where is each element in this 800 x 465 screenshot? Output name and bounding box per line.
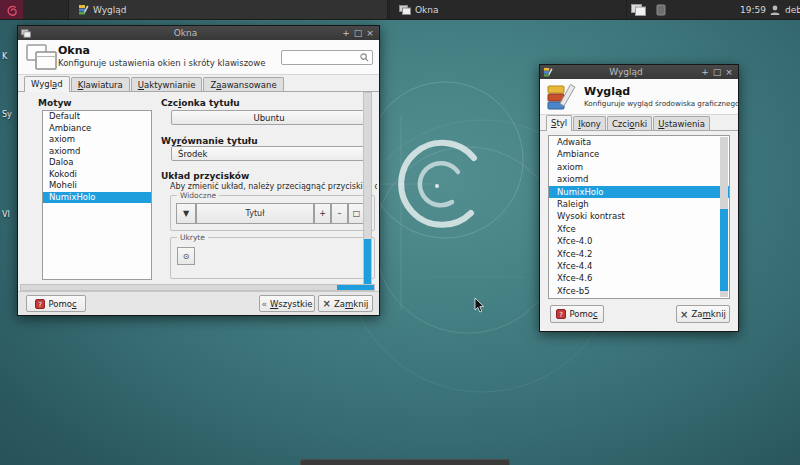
- window-title: Okna: [31, 28, 340, 38]
- list-item[interactable]: Xfce-4.2: [549, 248, 729, 260]
- list-item[interactable]: Xfce-4.0: [549, 235, 729, 247]
- wyglad-titlebar[interactable]: Wygląd + □ ×: [540, 65, 738, 79]
- theme-list-label: Motyw: [38, 98, 72, 108]
- list-item[interactable]: Xfce-b5: [549, 285, 729, 297]
- horizontal-scrollbar-thumb[interactable]: [337, 285, 374, 290]
- windows-large-icon: [26, 44, 58, 71]
- help-button[interactable]: ? Pomoc: [550, 305, 604, 323]
- list-item[interactable]: Kokodi: [43, 169, 151, 181]
- button-layout-label: Układ przycisków: [161, 171, 249, 181]
- list-item[interactable]: Wysoki kontrast: [549, 210, 729, 222]
- close-x-icon: ×: [680, 309, 688, 320]
- maximize-button[interactable]: □: [352, 26, 364, 40]
- desktop-icon-label-2[interactable]: Sy: [2, 110, 12, 119]
- taskbar-item-wyglad[interactable]: Wygląd: [68, 0, 388, 19]
- list-item[interactable]: Xfce-4.6: [549, 272, 729, 284]
- help-icon: ?: [556, 309, 566, 319]
- tab-uaktywnianie[interactable]: Uaktywnianie: [131, 77, 203, 91]
- list-item[interactable]: axiomd: [43, 146, 151, 158]
- mouse-cursor: [474, 298, 486, 314]
- visible-frame-label: Widoczne: [177, 191, 219, 200]
- desktop-icon-label-3[interactable]: VI: [2, 210, 10, 219]
- list-item-selected[interactable]: NumixHolo: [43, 192, 151, 204]
- top-panel: Wygląd Okna 19:59 deb: [0, 0, 800, 20]
- help-icon: ?: [35, 299, 45, 309]
- okna-titlebar[interactable]: Okna + □ ×: [18, 26, 379, 40]
- menu-button-chip[interactable]: ▼: [176, 203, 196, 224]
- dialog-subtitle: Konfiguruje wygląd środowiska graficzneg…: [584, 99, 739, 108]
- help-button[interactable]: ? Pomoc: [26, 295, 86, 312]
- close-dialog-button[interactable]: × Zamknij: [676, 305, 730, 323]
- list-item[interactable]: Xfce-: [549, 297, 729, 299]
- shade-button[interactable]: +: [340, 26, 352, 40]
- list-item[interactable]: Ambiance: [549, 148, 729, 160]
- visible-buttons-frame: Widoczne ▼ Tytuł + – □: [170, 195, 375, 231]
- minimize-chip[interactable]: –: [331, 203, 348, 224]
- search-input[interactable]: [285, 52, 360, 64]
- font-section-label: Czcionka tytułu: [161, 98, 240, 108]
- close-button[interactable]: ×: [364, 26, 376, 40]
- tray-windows-icon[interactable]: [631, 0, 646, 19]
- style-list: Adwaita Ambiance axiom axiomd NumixHolo …: [548, 135, 730, 299]
- shade-button[interactable]: +: [699, 65, 711, 79]
- debian-logo-icon: [5, 3, 19, 17]
- search-box: [281, 50, 373, 65]
- appearance-large-icon: [546, 82, 578, 112]
- list-scrollbar[interactable]: [720, 137, 728, 297]
- dialog-subtitle: Konfiguruje ustawienia okien i skróty kl…: [58, 58, 265, 68]
- applications-menu-button[interactable]: [0, 0, 23, 19]
- hidden-buttons-frame: Ukryte ⊙: [170, 237, 375, 279]
- wyglad-header: Wygląd Konfiguruje wygląd środowiska gra…: [540, 79, 738, 115]
- list-item[interactable]: Xfce-4.4: [549, 260, 729, 272]
- okna-header: Okna Konfiguruje ustawienia okien i skró…: [18, 40, 379, 75]
- list-item[interactable]: Moheli: [43, 180, 151, 192]
- vertical-scrollbar-thumb[interactable]: [364, 239, 371, 284]
- title-font-button[interactable]: Ubuntu: [171, 110, 367, 125]
- title-align-combobox[interactable]: Środek: [171, 146, 367, 161]
- all-settings-icon: «: [261, 299, 267, 309]
- list-scrollbar-thumb[interactable]: [720, 209, 728, 291]
- tab-ustawienia[interactable]: Ustawienia: [653, 116, 710, 130]
- tab-czcionki[interactable]: Czcionki: [607, 116, 652, 130]
- close-x-icon: ×: [323, 298, 331, 309]
- list-item[interactable]: Ambiance: [43, 123, 151, 135]
- wyglad-tabbar: Styl Ikony Czcionki Ustawienia: [540, 115, 738, 131]
- list-item[interactable]: Raleigh: [549, 198, 729, 210]
- tab-wyglad[interactable]: Wygląd: [24, 76, 70, 92]
- taskbar-item-okna[interactable]: Okna: [389, 0, 627, 19]
- tab-zaawansowane[interactable]: Zaawansowane: [203, 77, 283, 91]
- tray-status-icon[interactable]: [656, 0, 666, 19]
- vertical-scrollbar[interactable]: [363, 92, 372, 284]
- close-button[interactable]: ×: [723, 65, 735, 79]
- svg-text:?: ?: [560, 311, 564, 319]
- list-item[interactable]: axiom: [549, 161, 729, 173]
- maximize-button[interactable]: □: [711, 65, 723, 79]
- button-layout-hint: Aby zmienić układ, należy przeciągnąć pr…: [170, 182, 377, 191]
- user-name-button[interactable]: deb: [785, 0, 800, 19]
- list-item[interactable]: Daloa: [43, 157, 151, 169]
- dialog-title: Wygląd: [584, 85, 630, 98]
- tab-ikony[interactable]: Ikony: [573, 116, 606, 130]
- user-icon: [769, 0, 781, 19]
- list-item[interactable]: axiomd: [549, 173, 729, 185]
- title-chip[interactable]: Tytuł: [196, 203, 314, 224]
- autohidden-bottom-panel[interactable]: [300, 459, 510, 465]
- horizontal-scrollbar[interactable]: [20, 284, 375, 291]
- desktop-icon-label-1[interactable]: K: [2, 52, 7, 61]
- panel-clock[interactable]: 19:59: [740, 0, 766, 19]
- close-dialog-button[interactable]: × Zamknij: [318, 295, 373, 312]
- list-item-selected[interactable]: NumixHolo: [549, 186, 729, 198]
- tab-styl[interactable]: Styl: [546, 115, 572, 131]
- taskbar-item-label: Wygląd: [93, 5, 127, 15]
- sticky-chip[interactable]: ⊙: [177, 247, 195, 265]
- wyglad-window: Wygląd + □ × Wygląd Konfiguruje wygląd ś…: [539, 64, 739, 332]
- tab-klawiatura[interactable]: Klawiatura: [71, 77, 130, 91]
- taskbar-item-label: Okna: [415, 5, 439, 15]
- shade-chip[interactable]: +: [314, 203, 331, 224]
- okna-footer: ? Pomoc « Wszystkie × Zamknij: [18, 291, 379, 315]
- list-item[interactable]: axiom: [43, 134, 151, 146]
- list-item[interactable]: Xfce: [549, 223, 729, 235]
- all-settings-button[interactable]: « Wszystkie: [259, 295, 315, 312]
- list-item[interactable]: Default: [43, 111, 151, 123]
- list-item[interactable]: Adwaita: [549, 136, 729, 148]
